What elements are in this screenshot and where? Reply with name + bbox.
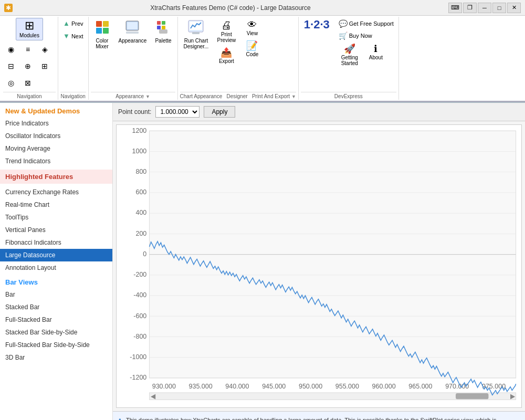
run-chart-designer-button[interactable]: Run ChartDesigner... [180, 18, 213, 51]
devex-buttons: 💬 Get Free Support 🛒 Buy Now 🚀 GettingSt… [336, 18, 396, 68]
svg-rect-56 [456, 393, 489, 399]
palette-button[interactable]: Palette [151, 18, 175, 46]
module-icon-6[interactable]: ⊞ [37, 58, 52, 74]
svg-text:945.000: 945.000 [262, 382, 286, 391]
module-icon-7[interactable]: ◎ [3, 75, 19, 91]
window-title: XtraCharts Features Demo (C# code) - Lar… [13, 4, 448, 12]
appearance-group-label: Appearance ▼ [91, 92, 175, 100]
sidebar-item-tooltips[interactable]: ToolTips [0, 211, 112, 224]
chart-svg: 1200 1000 800 600 400 200 0 -200 -400 [117, 125, 521, 407]
appearance-button[interactable]: Appearance [115, 18, 151, 46]
modules-group: ⊞ Modules ◉ ≡ ◈ ⊟ ⊕ ⊞ ◎ ⊠ Navigation [1, 17, 58, 100]
new-updated-header: New & Updated Demos [0, 103, 112, 117]
module-icon-8[interactable]: ⊠ [20, 75, 36, 91]
svg-text:◀: ◀ [151, 392, 156, 401]
main-layout: New & Updated Demos Price Indicators Osc… [0, 103, 525, 420]
svg-rect-16 [192, 32, 200, 34]
svg-rect-10 [162, 21, 165, 25]
maximize-btn[interactable]: □ [492, 3, 506, 13]
sidebar-item-moving-average[interactable]: Moving Average [0, 142, 112, 155]
window-btn2[interactable]: ❐ [463, 3, 477, 13]
next-button[interactable]: ▼ Next [60, 30, 86, 41]
window-controls[interactable]: ⌨ ❐ ─ □ ✕ [448, 3, 521, 13]
sidebar-item-oscillator-indicators[interactable]: Oscillator Indicators [0, 130, 112, 142]
sidebar-item-large-datasource[interactable]: Large Datasource [0, 249, 112, 261]
bar-views-header: Bar Views [0, 274, 112, 288]
svg-text:-400: -400 [133, 291, 146, 299]
navigation-label: Navigation [3, 92, 56, 100]
svg-rect-13 [159, 29, 167, 34]
content-area: Point count: 1.000.000 500.000 50.000 Ap… [113, 103, 525, 420]
sidebar-item-bar[interactable]: Bar [0, 288, 112, 301]
svg-text:940.000: 940.000 [225, 382, 249, 391]
svg-rect-7 [127, 22, 138, 29]
ribbon: ⊞ Modules ◉ ≡ ◈ ⊟ ⊕ ⊞ ◎ ⊠ Navigation ▲ [0, 16, 525, 103]
sidebar-item-annotation-layout[interactable]: Annotation Layout [0, 261, 112, 274]
print-preview-button[interactable]: 🖨 PrintPreview [213, 18, 239, 45]
about-button[interactable]: ℹ About [365, 42, 386, 68]
svg-rect-9 [157, 21, 161, 25]
svg-text:960.000: 960.000 [372, 382, 396, 391]
appearance-group: ColorMixer Appearance [89, 17, 178, 100]
module-icon-2[interactable]: ≡ [20, 41, 36, 57]
sidebar-item-trend-indicators[interactable]: Trend Indicators [0, 155, 112, 167]
svg-rect-2 [96, 21, 102, 27]
getting-started-button[interactable]: 🚀 GettingStarted [336, 42, 363, 68]
export-button[interactable]: 📤 Export [213, 46, 239, 66]
svg-rect-11 [157, 26, 161, 29]
svg-text:-600: -600 [133, 311, 146, 320]
close-btn[interactable]: ✕ [507, 3, 521, 13]
svg-text:0: 0 [143, 250, 146, 258]
title-bar: ✱ XtraCharts Features Demo (C# code) - L… [0, 0, 525, 16]
module-icon-5[interactable]: ⊕ [20, 58, 36, 74]
get-free-support-button[interactable]: 💬 Get Free Support [336, 18, 396, 29]
color-mixer-button[interactable]: ColorMixer [91, 18, 114, 51]
svg-text:975.000: 975.000 [482, 382, 506, 391]
svg-text:935.000: 935.000 [189, 382, 213, 391]
sidebar-item-vertical-panes[interactable]: Vertical Panes [0, 224, 112, 236]
code-button[interactable]: 📝 Code [240, 39, 264, 59]
svg-text:200: 200 [135, 229, 146, 237]
view-button[interactable]: 👁 View [240, 18, 264, 38]
sidebar-item-full-stacked-side-by-side[interactable]: Full-Stacked Bar Side-by-Side [0, 339, 112, 351]
buy-now-button[interactable]: 🛒 Buy Now [336, 30, 396, 41]
sidebar-item-currency-exchange[interactable]: Currency Exchange Rates [0, 186, 112, 198]
sidebar-item-stacked-side-by-side[interactable]: Stacked Bar Side-by-Side [0, 326, 112, 339]
minimize-btn[interactable]: ─ [478, 3, 491, 13]
navigation-group: ▲ Prev ▼ Next Navigation [58, 17, 89, 100]
content-toolbar: Point count: 1.000.000 500.000 50.000 Ap… [113, 103, 525, 121]
info-text: This demo illustrates how XtraCharts are… [126, 416, 520, 420]
sidebar-item-stacked-bar[interactable]: Stacked Bar [0, 301, 112, 313]
svg-text:1200: 1200 [132, 126, 147, 134]
svg-text:965.000: 965.000 [408, 382, 432, 391]
sidebar-item-real-time-chart[interactable]: Real-time Chart [0, 198, 112, 211]
module-icon-1[interactable]: ◉ [3, 41, 19, 57]
modules-button[interactable]: ⊞ Modules [16, 18, 43, 40]
apply-button[interactable]: Apply [204, 106, 235, 118]
svg-text:-200: -200 [133, 270, 146, 279]
point-count-select[interactable]: 1.000.000 500.000 50.000 [155, 106, 200, 118]
module-icon-3[interactable]: ◈ [37, 41, 52, 57]
view-code-stack: 👁 View 📝 Code [240, 18, 264, 59]
prev-button[interactable]: ▲ Prev [60, 18, 86, 29]
svg-text:✱: ✱ [6, 4, 11, 12]
sidebar-item-3d-bar[interactable]: 3D Bar [0, 351, 112, 364]
module-icon-4[interactable]: ⊟ [3, 58, 19, 74]
keyboard-btn[interactable]: ⌨ [448, 3, 462, 13]
devexpress-group: 1·2·3 💬 Get Free Support 🛒 Buy Now 🚀 [299, 17, 399, 100]
sidebar-item-fibonacci[interactable]: Fibonacci Indicators [0, 236, 112, 249]
svg-rect-4 [96, 28, 102, 34]
svg-rect-3 [103, 21, 109, 27]
sidebar-item-price-indicators[interactable]: Price Indicators [0, 117, 112, 130]
devex-123-icon: 1·2·3 [304, 19, 330, 30]
highlighted-features-header: Highlighted Features [0, 170, 112, 184]
sidebar-item-full-stacked-bar[interactable]: Full-Stacked Bar [0, 313, 112, 326]
svg-rect-8 [126, 32, 139, 34]
svg-text:955.000: 955.000 [335, 382, 359, 391]
print-export-stack: 🖨 PrintPreview 📤 Export [213, 18, 239, 66]
sidebar: New & Updated Demos Price Indicators Osc… [0, 103, 113, 420]
svg-text:970.000: 970.000 [445, 382, 469, 391]
info-icon: ℹ [118, 417, 122, 420]
svg-text:950.000: 950.000 [299, 382, 322, 391]
svg-text:1000: 1000 [132, 146, 147, 155]
